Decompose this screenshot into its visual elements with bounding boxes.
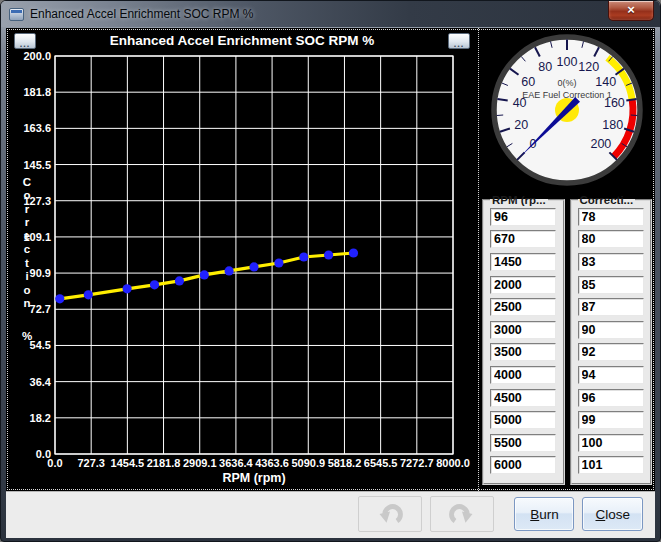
y-axis-title-letter: c [24,243,31,255]
correction-cell-input[interactable] [578,389,644,407]
chart-plot-area[interactable]: 0.0727.31454.52181.82909.13636.44363.650… [6,50,478,491]
gauge-scale-label: 100 [557,55,578,69]
y-tick-label: 18.2 [30,412,51,424]
burn-button[interactable]: Burn [514,497,574,531]
gauge-scale-label: 180 [602,118,623,132]
chart-data-point[interactable] [200,270,209,279]
window-title: Enhanced Accel Enrichment SOC RPM % [30,7,253,21]
correction-cell-input[interactable] [578,411,644,429]
redo-icon [447,500,477,528]
gauge-scale-label: 140 [595,75,616,89]
titlebar-close-button[interactable]: × [608,1,654,21]
title-bar[interactable]: Enhanced Accel Enrichment SOC RPM % × [1,1,660,27]
rpm-cell-input[interactable] [490,276,556,294]
rpm-column-group: RPM (rp... [482,194,565,485]
gauge-scale-label: 20 [514,118,528,132]
chart-data-point[interactable] [349,248,358,257]
chart-data-point[interactable] [123,284,132,293]
y-tick-label: 90.9 [30,267,51,279]
chart-data-point[interactable] [55,294,64,303]
chart-data-point[interactable] [225,266,234,275]
correction-cell-input[interactable] [578,366,644,384]
rpm-cell-input[interactable] [490,230,556,248]
gauge-scale-label: 60 [521,75,535,89]
chart-data-point[interactable] [150,280,159,289]
correction-column-title: Correcti... [578,194,636,206]
y-axis-title-letter: e [24,230,30,242]
dialog-window: Enhanced Accel Enrichment SOC RPM % × ..… [0,0,661,542]
rpm-cell-input[interactable] [490,208,556,226]
gauge-scale-label: 80 [538,60,552,74]
rpm-cell-input[interactable] [490,456,556,474]
y-tick-label: 36.4 [30,376,52,388]
rpm-cell-input[interactable] [490,343,556,361]
close-button-label: Close [595,507,630,522]
correction-cell-input[interactable] [578,434,644,452]
rpm-cell-input[interactable] [490,321,556,339]
correction-cell-input[interactable] [578,276,644,294]
chart-data-point[interactable] [84,290,93,299]
y-axis-title-letter: C [23,176,31,188]
rpm-cell-input[interactable] [490,366,556,384]
x-tick-label: 1454.5 [111,457,145,469]
chart-panel: ... Enhanced Accel Enrichment SOC RPM % … [6,28,479,491]
y-axis-title-letter: r [25,203,30,215]
rpm-cell-input[interactable] [490,434,556,452]
x-tick-label: 727.3 [77,457,105,469]
gauge-scale-label: 200 [590,137,611,151]
x-tick-label: 8000.0 [436,457,470,469]
value-tables: RPM (rp...Correcti... [479,192,655,491]
redo-button[interactable] [430,496,494,532]
x-tick-label: 3636.4 [219,457,254,469]
chart-header: ... Enhanced Accel Enrichment SOC RPM % … [6,28,478,50]
x-tick-label: 2181.8 [147,457,181,469]
x-tick-label: 5090.9 [291,457,325,469]
close-icon: × [627,2,635,17]
chart-settings-button-left[interactable]: ... [14,33,36,49]
correction-cell-input[interactable] [578,230,644,248]
button-bar: Burn Close [6,491,655,538]
rpm-cell-input[interactable] [490,411,556,429]
gauge-tick [497,115,504,116]
y-axis-title-letter: i [25,270,28,282]
x-axis-title: RPM (rpm) [222,471,285,485]
rpm-column-title: RPM (rp... [490,194,548,206]
gauge-tick [631,115,638,116]
correction-cell-input[interactable] [578,208,644,226]
rpm-cell-input[interactable] [490,298,556,316]
chart-data-point[interactable] [274,258,283,267]
rpm-cell-input[interactable] [490,389,556,407]
app-icon [9,8,24,21]
y-axis-title-letter: o [23,284,30,296]
correction-cell-input[interactable] [578,321,644,339]
main-content: ... Enhanced Accel Enrichment SOC RPM % … [6,28,655,491]
correction-cell-input[interactable] [578,456,644,474]
x-tick-label: 5818.2 [328,457,362,469]
y-tick-label: 200.0 [23,50,51,62]
y-tick-label: 0.0 [36,448,51,460]
undo-button[interactable] [358,496,422,532]
gauge-value: 0(%) [557,78,576,88]
chart-settings-button-right[interactable]: ... [448,33,470,49]
y-tick-label: 181.8 [23,86,51,98]
chart-svg[interactable]: 0.0727.31454.52181.82909.13636.44363.650… [6,50,477,487]
client-area: ... Enhanced Accel Enrichment SOC RPM % … [6,28,655,536]
correction-cell-input[interactable] [578,298,644,316]
chart-data-point[interactable] [324,250,333,259]
y-tick-label: 145.5 [23,159,51,171]
correction-cell-input[interactable] [578,343,644,361]
chart-data-point[interactable] [299,252,308,261]
y-axis-unit: % [22,330,32,342]
x-tick-label: 6545.5 [364,457,398,469]
chart-data-point[interactable] [249,262,258,271]
rpm-cell-input[interactable] [490,253,556,271]
gauge-svg: 0204060801001201401601802000(%)EAE Fuel … [487,30,647,190]
y-tick-label: 72.7 [30,303,51,315]
chart-title: Enhanced Accel Enrichment SOC RPM % [36,33,448,48]
correction-cell-input[interactable] [578,253,644,271]
gauge-panel: 0204060801001201401601802000(%)EAE Fuel … [479,28,655,192]
chart-data-point[interactable] [175,276,184,285]
right-panel: 0204060801001201401601802000(%)EAE Fuel … [479,28,655,491]
gauge-scale-label: 120 [578,60,599,74]
close-button[interactable]: Close [582,497,643,531]
